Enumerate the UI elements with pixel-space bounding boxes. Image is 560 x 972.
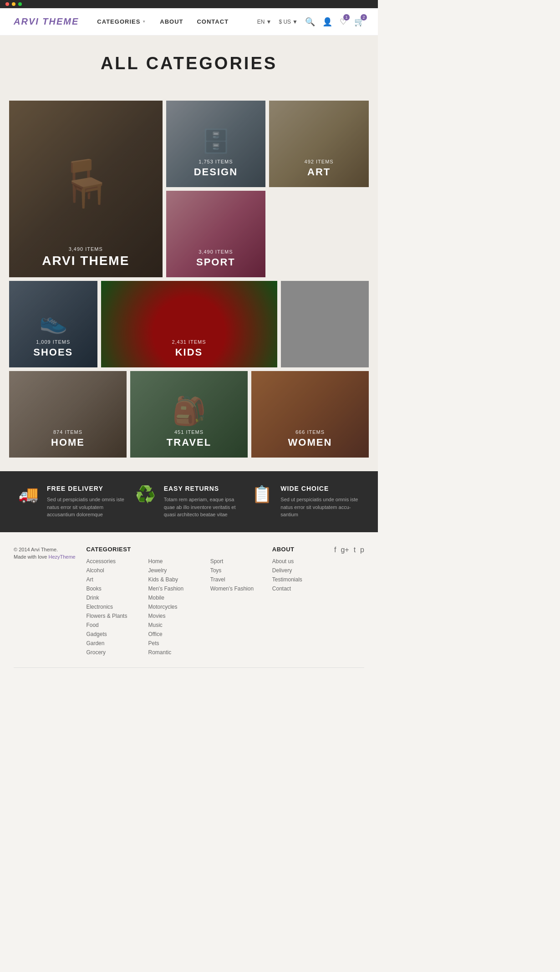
grid-row-1: 🪑 3,490 ITEMS ARVI THEME 🗄️ 1,753 ITEMS … — [9, 101, 369, 277]
language-selector[interactable]: EN ▼ — [257, 19, 272, 25]
list-item[interactable]: Testimonials — [272, 576, 325, 583]
card-decoration: 🪑 — [57, 157, 114, 210]
card-info: 1,009 ITEMS SHOES — [9, 339, 97, 358]
list-item[interactable]: Drink — [86, 595, 139, 601]
category-name: DESIGN — [166, 166, 266, 178]
card-info: 1,753 ITEMS DESIGN — [166, 159, 266, 178]
list-item[interactable]: Movies — [148, 613, 201, 619]
category-card-kids[interactable]: 2,431 ITEMS KIDS — [101, 281, 277, 367]
nav-about[interactable]: ABOUT — [160, 18, 183, 25]
card-decoration: 🗄️ — [202, 128, 230, 154]
list-item[interactable]: Electronics — [86, 604, 139, 610]
card-decoration: 👟 — [39, 308, 67, 335]
nav-actions: EN ▼ $ US ▼ 🔍 👤 ♡ 1 🛒 2 — [257, 17, 364, 27]
categories-grid: 🪑 3,490 ITEMS ARVI THEME 🗄️ 1,753 ITEMS … — [0, 92, 378, 471]
category-name: SPORT — [166, 256, 266, 268]
list-item[interactable]: Food — [86, 622, 139, 628]
footer-top: © 2014 Arvi Theme. Made with love HezyTh… — [14, 546, 364, 668]
footer-categories-3: x Sport Toys Travel Women's Fashion — [210, 546, 263, 658]
footer-copyright: © 2014 Arvi Theme. Made with love HezyTh… — [14, 546, 77, 658]
nav-contact[interactable]: CONTACT — [197, 18, 229, 25]
list-item[interactable]: Motorcycles — [148, 604, 201, 610]
category-name: TRAVEL — [130, 437, 248, 448]
feature-desc: Totam rem aperiam, eaque ipsa quae ab il… — [164, 496, 243, 519]
list-item[interactable]: Travel — [210, 576, 263, 583]
cart-icon[interactable]: 🛒 2 — [354, 17, 364, 27]
list-item[interactable]: Men's Fashion — [148, 585, 201, 592]
list-item[interactable]: Toys — [210, 567, 263, 574]
list-item[interactable]: Gadgets — [86, 631, 139, 637]
list-item[interactable]: Contact — [272, 585, 325, 592]
category-card-design[interactable]: 🗄️ 1,753 ITEMS DESIGN — [166, 101, 266, 187]
feature-text: WIDE CHOICE Sed ut perspiciatis unde omn… — [280, 485, 360, 519]
category-card-home[interactable]: 874 ITEMS HOME — [9, 371, 127, 458]
page-title: ALL CATEGORIES — [9, 54, 369, 73]
list-item[interactable]: Music — [148, 622, 201, 628]
feature-text: EASY RETURNS Totam rem aperiam, eaque ip… — [164, 485, 243, 519]
list-item[interactable]: Garden — [86, 640, 139, 646]
category-name: ARVI THEME — [9, 254, 163, 268]
list-item[interactable]: Pets — [148, 640, 201, 646]
list-item[interactable]: Home — [148, 558, 201, 565]
list-item[interactable]: Alcohol — [86, 567, 139, 574]
googleplus-icon[interactable]: g+ — [341, 546, 349, 554]
list-item[interactable]: Office — [148, 631, 201, 637]
currency-selector[interactable]: $ US ▼ — [279, 19, 298, 25]
wishlist-icon[interactable]: ♡ 1 — [340, 17, 347, 27]
card-info: 3,490 ITEMS SPORT — [166, 249, 266, 268]
category-card-travel[interactable]: 🎒 451 ITEMS TRAVEL — [130, 371, 248, 458]
list-item[interactable]: Delivery — [272, 567, 325, 574]
card-info: 3,490 ITEMS ARVI THEME — [9, 246, 163, 268]
site-logo[interactable]: ARVI THEME — [14, 16, 79, 27]
delivery-icon: 🚚 — [18, 485, 39, 504]
feature-desc: Sed ut perspiciatis unde omnis iste natu… — [47, 496, 126, 519]
list-item[interactable]: Romantic — [148, 649, 201, 656]
about-list: About us Delivery Testimonials Contact — [272, 558, 325, 592]
list-item[interactable]: Kids & Baby — [148, 576, 201, 583]
feature-returns: ♻️ EASY RETURNS Totam rem aperiam, eaque… — [135, 485, 243, 519]
dot-green — [18, 2, 22, 6]
category-card-sport[interactable]: 3,490 ITEMS SPORT — [166, 191, 266, 277]
feature-title: FREE DELIVERY — [47, 485, 126, 492]
item-count: 492 ITEMS — [269, 159, 369, 164]
search-icon[interactable]: 🔍 — [305, 17, 315, 27]
list-item[interactable]: Grocery — [86, 649, 139, 656]
list-item[interactable]: Accessories — [86, 558, 139, 565]
madeby-text: Made with love HezyTheme — [14, 553, 77, 561]
list-item[interactable]: About us — [272, 558, 325, 565]
category-card-shoes[interactable]: 👟 1,009 ITEMS SHOES — [9, 281, 97, 367]
card-info: 2,431 ITEMS KIDS — [101, 339, 277, 358]
nav-links: CATEGORIES ▼ ABOUT CONTACT — [97, 18, 257, 25]
category-card-arvi[interactable]: 🪑 3,490 ITEMS ARVI THEME — [9, 101, 163, 277]
footer-about: ABOUT About us Delivery Testimonials Con… — [272, 546, 325, 658]
footer-categories: CATEGORIEST Accessories Alcohol Art Book… — [86, 546, 139, 658]
about-title: ABOUT — [272, 546, 325, 553]
list-item[interactable]: Books — [86, 585, 139, 592]
user-icon[interactable]: 👤 — [322, 17, 332, 27]
madeby-link[interactable]: HezyTheme — [48, 554, 75, 560]
list-item[interactable]: Mobile — [148, 595, 201, 601]
cat-list-2: Home Jewelry Kids & Baby Men's Fashion M… — [148, 558, 201, 656]
grid-row-2: 👟 1,009 ITEMS SHOES 2,431 ITEMS KIDS — [9, 281, 369, 367]
category-name: SHOES — [9, 346, 97, 358]
chevron-down-icon: ▼ — [292, 19, 298, 25]
pinterest-icon[interactable]: p — [360, 546, 364, 554]
chevron-down-icon: ▼ — [142, 20, 146, 24]
list-item[interactable]: Jewelry — [148, 567, 201, 574]
twitter-icon[interactable]: t — [354, 546, 356, 554]
facebook-icon[interactable]: f — [334, 546, 336, 554]
list-item[interactable]: Flowers & Plants — [86, 613, 139, 619]
footer-categories-2: x Home Jewelry Kids & Baby Men's Fashion… — [148, 546, 201, 658]
category-name: WOMEN — [251, 437, 369, 448]
list-item[interactable]: Art — [86, 576, 139, 583]
list-item[interactable]: Women's Fashion — [210, 585, 263, 592]
category-card-women[interactable]: 666 ITEMS WOMEN — [251, 371, 369, 458]
nav-categories[interactable]: CATEGORIES ▼ — [97, 18, 146, 25]
list-item[interactable]: Sport — [210, 558, 263, 565]
social-links: f g+ t p — [334, 546, 364, 658]
category-card-art[interactable]: 492 ITEMS ART — [269, 101, 369, 187]
top-bar — [0, 0, 378, 8]
recycle-icon: ♻️ — [135, 485, 156, 504]
feature-desc: Sed ut perspiciatis unde omnis iste natu… — [280, 496, 360, 519]
features-section: 🚚 FREE DELIVERY Sed ut perspiciatis unde… — [0, 471, 378, 532]
